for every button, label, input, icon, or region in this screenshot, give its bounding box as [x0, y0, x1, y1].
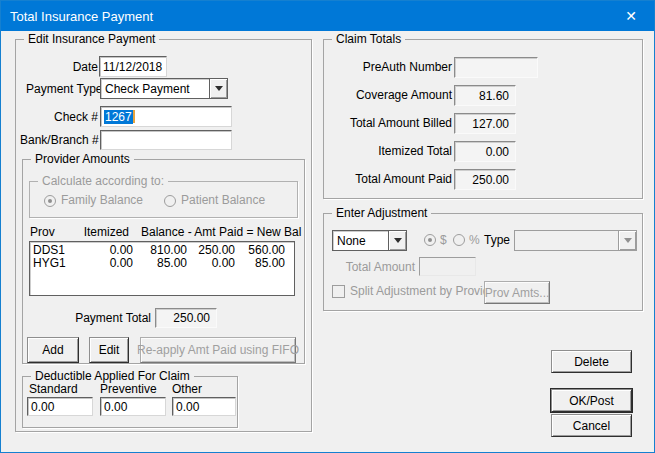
preventive-deductible-label: Preventive: [100, 382, 157, 397]
bank-branch-field[interactable]: [100, 130, 232, 150]
claim-totals-group-label: Claim Totals: [332, 32, 405, 47]
edit-insurance-payment-group: Edit Insurance Payment Date 11/12/2018 P…: [15, 39, 312, 432]
patient-balance-radio-label: Patient Balance: [181, 193, 265, 208]
add-button[interactable]: Add: [27, 337, 79, 363]
delete-button[interactable]: Delete: [551, 350, 632, 373]
split-adjustment-checkbox[interactable]: [332, 285, 345, 298]
provider-row[interactable]: DDS1 0.00 810.00 250.00 560.00: [30, 244, 294, 257]
check-number-field[interactable]: 1267: [100, 106, 232, 127]
family-balance-radio[interactable]: [44, 195, 56, 207]
payment-type-dropdown[interactable]: Check Payment: [100, 78, 228, 99]
split-adjustment-checkbox-label: Split Adjustment by Provider: [350, 284, 500, 299]
provider-amounts-group-label: Provider Amounts: [31, 152, 134, 167]
ok-post-button[interactable]: OK/Post: [551, 389, 632, 412]
edit-insurance-payment-group-label: Edit Insurance Payment: [24, 32, 159, 47]
preauth-number-field: [454, 57, 538, 78]
date-label: Date: [36, 60, 98, 75]
percent-radio-label: %: [469, 233, 480, 248]
provider-column-header-balance: Balance - Amt Paid = New Bal: [141, 225, 301, 240]
other-deductible-field[interactable]: 0.00: [172, 397, 236, 416]
adjustment-dropdown[interactable]: None: [332, 230, 407, 251]
close-icon[interactable]: ✕: [608, 1, 654, 31]
chevron-down-icon[interactable]: [209, 79, 227, 98]
payment-type-label: Payment Type:: [26, 82, 98, 97]
family-balance-radio-label: Family Balance: [61, 193, 143, 208]
cancel-button[interactable]: Cancel: [551, 414, 632, 437]
calculate-according-group: Calculate according to: Family Balance P…: [29, 181, 298, 218]
titlebar: Total Insurance Payment: [1, 1, 654, 31]
adjustment-type-dropdown[interactable]: [514, 230, 637, 251]
check-number-label: Check #: [26, 110, 98, 125]
provider-amounts-group: Provider Amounts Calculate according to:…: [22, 159, 305, 364]
provider-row[interactable]: HYG1 0.00 85.00 0.00 85.00: [30, 257, 294, 270]
claim-totals-group: Claim Totals PreAuth Number Coverage Amo…: [323, 39, 643, 199]
bank-branch-label: Bank/Branch #: [20, 133, 98, 148]
prov-amts-button[interactable]: Prov Amts...: [484, 281, 550, 304]
total-amount-billed-label: Total Amount Billed: [334, 116, 452, 131]
calculate-according-group-label: Calculate according to:: [38, 174, 168, 189]
standard-deductible-field[interactable]: 0.00: [27, 397, 93, 416]
deductible-group: Deductible Applied For Claim Standard Pr…: [22, 376, 238, 428]
provider-amounts-list[interactable]: DDS1 0.00 810.00 250.00 560.00 HYG1 0.00…: [29, 241, 295, 296]
itemized-total-field: 0.00: [454, 141, 516, 162]
type-label: Type: [484, 233, 510, 248]
enter-adjustment-group: Enter Adjustment None $ % Type Total Amo…: [323, 213, 643, 311]
date-field[interactable]: 11/12/2018: [99, 56, 167, 77]
payment-total-field: 250.00: [155, 308, 217, 328]
window-title: Total Insurance Payment: [10, 9, 153, 24]
dollar-radio-label: $: [440, 233, 447, 248]
provider-column-header-itemized: Itemized: [63, 225, 129, 240]
chevron-down-icon[interactable]: [388, 231, 406, 250]
other-deductible-label: Other: [172, 382, 202, 397]
preventive-deductible-field[interactable]: 0.00: [100, 397, 166, 416]
coverage-amount-label: Coverage Amount: [334, 88, 452, 103]
adjustment-total-amount-field[interactable]: [419, 257, 476, 276]
total-amount-billed-field: 127.00: [454, 113, 516, 134]
standard-deductible-label: Standard: [29, 382, 78, 397]
itemized-total-label: Itemized Total: [334, 144, 452, 159]
total-amount-paid-field: 250.00: [454, 169, 516, 190]
payment-total-label: Payment Total: [63, 311, 151, 326]
text-caret: [133, 110, 135, 123]
edit-button[interactable]: Edit: [89, 337, 129, 363]
patient-balance-radio[interactable]: [164, 195, 176, 207]
reapply-fifo-button[interactable]: Re-apply Amt Paid using FIFO: [140, 337, 296, 363]
total-amount-label: Total Amount: [334, 260, 415, 275]
enter-adjustment-group-label: Enter Adjustment: [332, 206, 431, 221]
dollar-radio[interactable]: [424, 234, 436, 246]
total-amount-paid-label: Total Amount Paid: [334, 172, 452, 187]
total-insurance-payment-dialog: Total Insurance Payment ✕ Edit Insurance…: [0, 0, 655, 453]
coverage-amount-field: 81.60: [454, 85, 516, 106]
chevron-down-icon: [618, 231, 636, 250]
provider-column-header-prov: Prov: [30, 225, 55, 240]
check-number-selected-text: 1267: [104, 110, 133, 124]
percent-radio[interactable]: [453, 234, 465, 246]
preauth-number-label: PreAuth Number: [334, 60, 452, 75]
